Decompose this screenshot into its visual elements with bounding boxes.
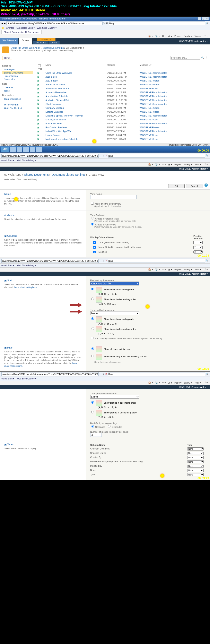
search-button[interactable]: 🔍 (206, 373, 208, 375)
bc-sd[interactable]: Shared Documents (24, 173, 49, 176)
nav-recycle[interactable]: ♻ Recycle Bin (2, 103, 33, 106)
page-menu[interactable]: Page ▾ (174, 163, 182, 166)
help-button[interactable]: ❔ (205, 56, 208, 59)
doc-name-link[interactable]: A Mosaic of New Words (46, 87, 70, 90)
doc-modifiedby-link[interactable]: WINSERVER\karen (140, 83, 160, 86)
table-row[interactable]: ▣Company Meeting2/11/2010 6:03 PMWINSERV… (37, 106, 208, 110)
totals-select[interactable]: None (187, 469, 204, 472)
nav-calendar[interactable]: Calendar (2, 86, 33, 89)
browse-tab[interactable]: Browse (19, 38, 32, 44)
table-row[interactable]: ▣A Brief Email Primer2/11/2010 6:02 PMWI… (37, 83, 208, 86)
nav-tasks[interactable]: Tasks (2, 89, 33, 92)
search-go[interactable]: 🔍 (201, 56, 204, 59)
select-all[interactable] (38, 64, 41, 67)
print-icon[interactable]: 🖨 ▾ (168, 35, 172, 37)
doc-name-link[interactable]: How to Juggle (46, 134, 60, 136)
task-notes[interactable] (36, 147, 42, 152)
section-filter[interactable]: Filter (4, 346, 82, 349)
tools-menu[interactable]: Tools ▾ (194, 35, 202, 37)
table-row[interactable]: ▣Mortgage Amortization Schedule4/2/2010 … (37, 137, 208, 141)
doc-name-link[interactable]: Defects Database (46, 110, 63, 113)
web-slice[interactable]: Web Slice Gallery ▾ (17, 264, 36, 266)
col-check[interactable] (93, 251, 96, 253)
doc-name-link[interactable]: Chart Examples (46, 103, 62, 105)
safety-menu[interactable]: Safety ▾ (184, 382, 192, 384)
nav-notebooks[interactable]: Notebooks (2, 78, 33, 81)
refresh-button[interactable]: ↻ (102, 154, 104, 157)
nav-libraries[interactable]: Libraries (2, 64, 33, 67)
table-row[interactable]: ▣Analyzing Financial Data2/22/2010 12:08… (37, 98, 208, 102)
doc-name-link[interactable]: 2011 Budget (46, 80, 58, 82)
filter-all-radio[interactable] (91, 347, 94, 350)
doc-name-link[interactable]: Company Meeting (46, 107, 64, 109)
col-modified[interactable]: Modified (107, 64, 140, 70)
col-modifiedby[interactable]: Modified By (140, 64, 208, 70)
bc-view[interactable]: All Documents ▾ (66, 46, 84, 49)
nav-teamdisc[interactable]: Team Discussion (2, 97, 33, 100)
user-menu[interactable]: WINSERVER\administrator ▾ (177, 167, 210, 171)
refresh-button[interactable]: ↻ (102, 373, 104, 375)
then-group-select[interactable]: None (90, 395, 140, 399)
doc-name-link[interactable]: 2010 Sales (46, 76, 57, 78)
group-desc-radio[interactable] (91, 411, 94, 414)
table-row[interactable]: ▣A Mosaic of New Words2/11/2010 6:01 PMW… (37, 86, 208, 90)
help-icon[interactable]: ❔▾ (204, 268, 208, 271)
totals-select[interactable]: None (187, 460, 204, 464)
tools-menu[interactable]: Tools ▾ (194, 163, 202, 166)
doc-modifiedby-link[interactable]: WINSERVER\karen (140, 110, 160, 113)
sort-only-check[interactable] (91, 337, 94, 339)
site-search[interactable] (170, 56, 200, 60)
doc-modifiedby-link[interactable]: WINSERVER\administrator (140, 72, 167, 74)
stop-button[interactable]: ✕ (105, 373, 107, 375)
col-check[interactable] (93, 246, 96, 248)
help-icon[interactable]: ❔▾ (204, 382, 208, 384)
doc-name-link[interactable]: Einstein's Special Theory of Relativity (46, 114, 83, 117)
sort2-asc-radio[interactable] (91, 318, 94, 320)
safety-menu[interactable]: Safety ▾ (184, 268, 192, 271)
doc-modifiedby-link[interactable]: WINSERVER\paul (140, 138, 158, 140)
table-row[interactable]: ▣Einstein's Special Theory of Relativity… (37, 114, 208, 118)
table-row[interactable]: ▣Equipment Fund2/22/2010 12:09 PMWINSERV… (37, 122, 208, 126)
then-sort-select[interactable]: None (90, 311, 140, 315)
back-button[interactable]: ◀ (2, 22, 3, 24)
default-view-check[interactable] (91, 202, 94, 204)
col-pos-sel[interactable]: 3 (194, 250, 203, 254)
table-row[interactable]: ▣Defects Database4/2/2010 10:54 AMWINSER… (37, 110, 208, 114)
bc-dls[interactable]: Document Library Settings (52, 173, 86, 176)
nav-allcontent[interactable]: ▦ All Site Content (2, 106, 33, 110)
go-button[interactable]: → (100, 373, 102, 375)
refresh-button[interactable]: ↻ (102, 260, 104, 262)
group-asc-radio[interactable] (91, 401, 94, 404)
mail-icon[interactable]: ✉ ▾ (162, 163, 166, 166)
feeds-icon[interactable]: 📡 ▾ (155, 35, 160, 37)
home-icon[interactable]: 🏠 ▾ (148, 35, 153, 37)
bc-list[interactable]: Shared Documents (43, 46, 64, 49)
doc-name-link[interactable]: Accounts Receivable (46, 91, 66, 94)
fwd-button[interactable]: ▶ (4, 22, 6, 24)
nav-lists[interactable]: Lists (2, 82, 33, 85)
table-row[interactable]: ▣Chart Examples2/22/2010 12:24 PMWINSERV… (37, 102, 208, 106)
col-pos-sel[interactable]: 2 (194, 246, 203, 249)
expanded-radio[interactable] (108, 425, 111, 428)
table-row[interactable]: ▣Amortization Schedule2/22/2010 12:09 PM… (37, 94, 208, 98)
doc-modifiedby-link[interactable]: WINSERVER\paul (140, 134, 158, 136)
sort2-desc-radio[interactable] (91, 327, 94, 330)
totals-select[interactable]: None (187, 473, 204, 476)
suggested-sites[interactable]: ested Sites ▾ (2, 159, 14, 162)
doc-name-link[interactable]: Amortization Schedule (46, 95, 68, 98)
address-bar[interactable] (2, 154, 99, 158)
doc-modifiedby-link[interactable]: WINSERVER\administrator (140, 76, 167, 78)
totals-select[interactable]: None (187, 448, 204, 450)
doc-name-link[interactable]: Mortgage Amortization Schedule (46, 138, 78, 140)
sort-desc-radio[interactable] (91, 298, 94, 300)
page-menu[interactable]: Page ▾ (174, 268, 182, 271)
bc-owa[interactable]: ce Web Apps (4, 173, 21, 176)
browser-tab[interactable]: Shared Documents - All Documents (2, 30, 42, 34)
page-menu[interactable]: Page ▾ (174, 382, 182, 384)
task-folder[interactable] (23, 147, 29, 152)
favorites-button[interactable]: ⭐ Favorites (2, 26, 14, 29)
doc-name-link[interactable]: Flat-Coated Retriever (46, 126, 67, 128)
library-tab[interactable]: Library (48, 41, 60, 44)
refresh-button[interactable]: ↻ (103, 22, 105, 24)
doc-name-link[interactable]: Analyzing Financial Data (46, 99, 70, 101)
